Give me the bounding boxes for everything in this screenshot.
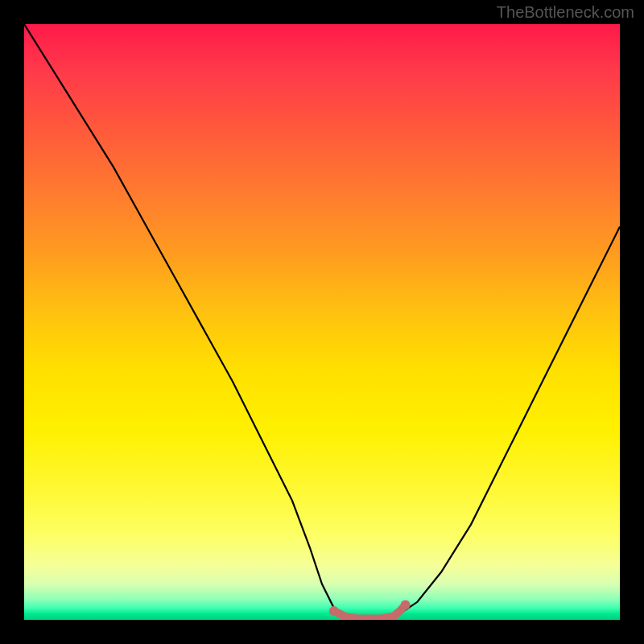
curve-svg bbox=[24, 24, 620, 620]
optimal-end-dot bbox=[329, 606, 339, 616]
watermark-text: TheBottleneck.com bbox=[497, 3, 634, 22]
bottleneck-curve-line bbox=[24, 24, 620, 620]
plot-area bbox=[24, 24, 620, 620]
optimal-band-marker bbox=[334, 605, 406, 619]
optimal-end-dot bbox=[401, 601, 411, 610]
